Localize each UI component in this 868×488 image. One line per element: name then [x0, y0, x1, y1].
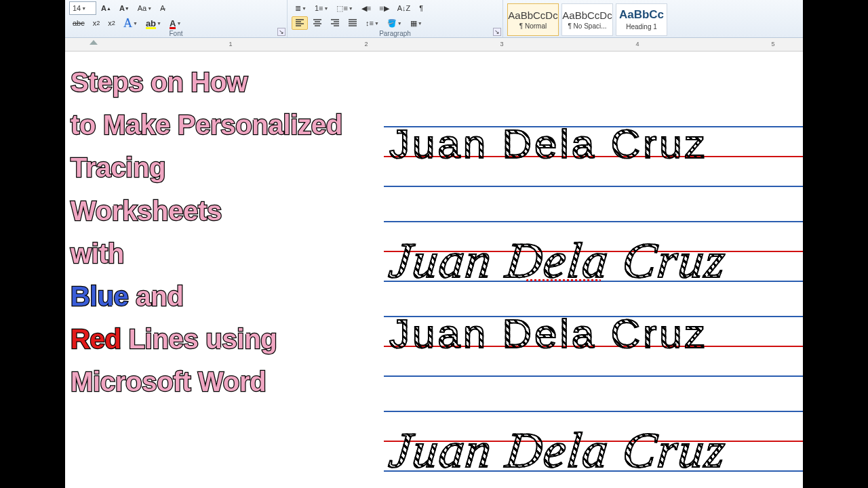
style-name-label: Heading 1: [626, 23, 657, 30]
title-line: to Make Personalized: [71, 104, 431, 146]
subscript-button[interactable]: x2: [90, 16, 104, 30]
eraser-icon: A̶: [160, 4, 165, 13]
show-paragraph-marks-button[interactable]: ¶: [415, 1, 427, 15]
title-line: Blue and: [71, 275, 431, 318]
style-preview-text: AaBbCc: [619, 8, 664, 22]
title-segment: with: [71, 239, 124, 268]
ribbon: 14 ▼ A▲ A▼ Aa▼ A̶ abc x2 x2: [65, 0, 803, 38]
ruler-number: 5: [771, 41, 774, 47]
tutorial-title-overlay: Steps on Howto Make PersonalizedTracingW…: [65, 61, 431, 404]
align-right-button[interactable]: [327, 16, 343, 30]
font-dialog-launcher[interactable]: ↘: [277, 28, 285, 36]
align-center-button[interactable]: [309, 16, 326, 30]
sort-button[interactable]: A↓Z: [394, 1, 414, 15]
style-tile[interactable]: AaBbCcHeading 1: [616, 3, 667, 36]
title-segment: Blue: [71, 281, 128, 311]
justify-button[interactable]: [344, 16, 361, 30]
tracing-name-text: Juan Dela Cruz: [389, 310, 803, 357]
title-segment: Worksheets: [71, 196, 222, 226]
title-line: Steps on How: [71, 61, 431, 104]
title-segment: to Make Personalized: [71, 110, 342, 140]
ribbon-group-styles: AaBbCcDc¶ NormalAaBbCcDc¶ No Spaci...AaB…: [503, 0, 803, 37]
change-case-button[interactable]: Aa▼: [134, 1, 155, 15]
guide-line-blue: [384, 186, 803, 187]
highlight-color-button[interactable]: ab▼: [142, 16, 165, 30]
style-tile[interactable]: AaBbCcDc¶ No Spaci...: [561, 3, 613, 36]
ruler-number: 2: [364, 41, 368, 47]
title-segment: Microsoft Word: [71, 367, 266, 396]
shading-button[interactable]: 🪣▼: [384, 16, 406, 30]
tracing-name-text: Juan Dela Cruz: [387, 422, 803, 479]
border-icon: ▦: [410, 19, 417, 28]
spellcheck-squiggle: [526, 279, 601, 281]
increase-indent-button[interactable]: ≡▶: [376, 1, 392, 15]
font-color-button[interactable]: A▼: [166, 16, 184, 30]
numbering-button[interactable]: 1≡▼: [311, 1, 332, 15]
font-size-combo[interactable]: 14 ▼: [69, 1, 96, 15]
title-line: with: [71, 232, 431, 275]
font-size-value: 14: [73, 4, 81, 12]
tracing-row: Juan Dela Cruz: [384, 126, 803, 187]
tracing-examples: Juan Dela CruzJuan Dela CruzJuan Dela Cr…: [384, 126, 803, 472]
title-segment: Tracing: [71, 152, 165, 182]
title-line: Red Lines using: [71, 318, 431, 361]
title-segment: Lines using: [121, 324, 277, 354]
guide-line-blue: [384, 375, 803, 377]
decrease-indent-button[interactable]: ◀≡: [358, 1, 374, 15]
title-segment: Red: [71, 324, 121, 354]
align-left-button[interactable]: [292, 16, 308, 30]
align-left-icon: [295, 18, 304, 28]
ruler-number: 1: [229, 41, 232, 47]
horizontal-ruler[interactable]: 12345: [65, 38, 803, 52]
style-name-label: ¶ No Spaci...: [568, 22, 606, 30]
guide-line-blue: [384, 221, 803, 222]
ruler-number: 3: [500, 41, 503, 47]
superscript-button[interactable]: x2: [104, 16, 119, 30]
strikethrough-button[interactable]: abc: [69, 16, 88, 30]
text-effects-button[interactable]: A▼: [120, 16, 141, 30]
paint-bucket-icon: 🪣: [387, 19, 397, 28]
style-name-label: ¶ Normal: [519, 22, 547, 30]
clear-formatting-button[interactable]: A̶: [157, 1, 169, 15]
title-segment: Steps on How: [71, 67, 248, 97]
align-center-icon: [313, 18, 322, 28]
style-tile[interactable]: AaBbCcDc¶ Normal: [507, 3, 559, 36]
align-right-icon: [330, 18, 340, 28]
justify-icon: [348, 18, 357, 28]
shrink-font-button[interactable]: A▼: [116, 1, 133, 15]
bullets-button[interactable]: ≣▼: [292, 1, 310, 15]
tracing-row: Juan Dela Cruz: [384, 411, 803, 472]
tracing-row: Juan Dela Cruz: [384, 221, 803, 282]
ribbon-group-font: 14 ▼ A▲ A▼ Aa▼ A̶ abc x2 x2: [65, 0, 288, 37]
title-line: Worksheets: [71, 190, 431, 232]
document-page[interactable]: Steps on Howto Make PersonalizedTracingW…: [65, 52, 803, 488]
tracing-name-text: Juan Dela Cruz: [389, 121, 803, 167]
grow-font-button[interactable]: A▲: [98, 1, 115, 15]
ribbon-group-paragraph: ≣▼ 1≡▼ ⬚≡▼ ◀≡ ≡▶ A↓Z ¶: [288, 0, 503, 37]
chevron-down-icon: ▼: [81, 6, 86, 11]
title-line: Microsoft Word: [71, 361, 431, 403]
line-spacing-button[interactable]: ↕≡▼: [362, 16, 382, 30]
borders-button[interactable]: ▦▼: [407, 16, 426, 30]
guide-line-blue: [384, 411, 803, 412]
title-segment: and: [128, 281, 183, 311]
tracing-row: Juan Dela Cruz: [384, 316, 803, 377]
title-line: Tracing: [71, 146, 431, 189]
style-preview-text: AaBbCcDc: [508, 9, 557, 21]
ruler-number: 4: [635, 41, 639, 47]
multilevel-list-button[interactable]: ⬚≡▼: [333, 1, 356, 15]
style-preview-text: AaBbCcDc: [562, 9, 612, 21]
paragraph-dialog-launcher[interactable]: ↘: [493, 28, 501, 36]
